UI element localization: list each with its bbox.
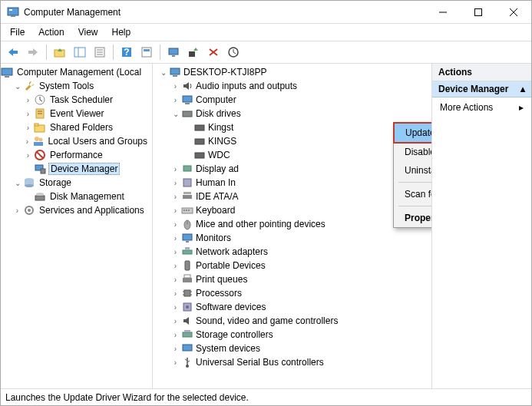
properties-icon[interactable] [91,44,109,61]
expand-icon[interactable]: › [170,262,181,270]
device-keyboards[interactable]: ›Keyboard [153,203,431,217]
svg-rect-20 [169,48,178,54]
tree-event-viewer[interactable]: › Event Viewer [1,107,152,120]
device-disk-item[interactable]: KINGS [153,134,431,148]
collapse-icon[interactable]: ⌄ [12,179,23,187]
device-disk-item[interactable]: WDC [153,148,431,162]
expand-icon[interactable]: › [170,193,181,201]
tree-disk-management[interactable]: Disk Management [1,190,152,203]
expand-icon[interactable]: › [170,317,181,325]
device-network[interactable]: ›Network adapters [153,245,431,259]
device-disk-drives[interactable]: ⌄Disk drives [153,107,431,120]
expand-icon[interactable]: › [170,345,181,353]
tree-root[interactable]: Computer Management (Local [1,65,152,79]
svg-text:?: ? [124,47,129,58]
tree-storage[interactable]: ⌄ Storage [1,176,152,190]
tree-services[interactable]: › Services and Applications [1,203,152,217]
expand-icon[interactable]: › [170,206,181,215]
expand-icon[interactable]: › [170,303,181,312]
expand-icon[interactable]: › [22,96,34,104]
ctx-disable-device[interactable]: Disable device [394,143,431,161]
ctx-properties[interactable]: Properties [394,209,431,227]
folder-up-icon[interactable] [51,44,69,61]
monitor-icon[interactable] [164,44,183,61]
menu-view[interactable]: View [74,25,103,39]
device-computer[interactable]: ›Computer [153,93,431,107]
computer-icon [181,94,193,106]
tree-local-users[interactable]: › Local Users and Groups [1,134,152,148]
device-processors[interactable]: ›Processors [153,286,431,300]
expand-icon[interactable]: › [22,151,34,160]
device-hid[interactable]: ›Human In [153,176,431,190]
svg-rect-82 [184,330,190,332]
ctx-uninstall-device[interactable]: Uninstall device [394,161,431,180]
expand-icon[interactable]: › [170,289,181,298]
expand-icon[interactable]: › [170,179,181,187]
expand-icon[interactable]: › [170,220,181,229]
device-software[interactable]: ›Software devices [153,300,431,314]
tree-device-manager[interactable]: Device Manager [1,162,152,176]
device-portable[interactable]: ›Portable Devices [153,259,431,272]
expand-icon[interactable]: › [170,234,181,243]
export-icon[interactable] [137,44,156,61]
expand-icon[interactable]: › [170,82,181,91]
tree-shared-folders[interactable]: › Shared Folders [1,120,152,134]
help-icon[interactable]: ? [117,44,136,61]
menu-file[interactable]: File [5,25,29,39]
device-print-queues[interactable]: ›Print queues [153,272,431,286]
tree-system-tools[interactable]: ⌄ System Tools [1,79,152,93]
ctx-update-driver[interactable]: Update driver [393,122,431,144]
expand-icon[interactable]: › [170,248,181,256]
svg-rect-33 [35,124,38,126]
device-usb[interactable]: ›Universal Serial Bus controllers [153,355,431,369]
device-audio[interactable]: ›Audio inputs and outputs [153,79,431,93]
tree-task-scheduler[interactable]: › Task Scheduler [1,93,152,107]
expand-icon[interactable]: › [170,165,181,173]
device-monitors[interactable]: ›Monitors [153,231,431,245]
device-storage-controllers[interactable]: ›Storage controllers [153,328,431,342]
collapse-icon[interactable]: ⌄ [170,110,181,118]
expand-icon[interactable]: › [12,206,23,215]
actions-more[interactable]: More Actions ▸ [432,97,531,117]
actions-section[interactable]: Device Manager ▴ [432,81,531,97]
expand-icon[interactable]: › [170,276,181,284]
update-driver-icon[interactable] [184,44,203,61]
menu-action[interactable]: Action [34,25,68,39]
expand-icon[interactable]: › [22,110,34,118]
device-system[interactable]: ›System devices [153,342,431,355]
svg-rect-83 [183,345,192,351]
content-area: Computer Management (Local ⌄ System Tool… [1,64,531,388]
expand-icon[interactable]: › [170,96,181,104]
device-root[interactable]: ⌄DESKTOP-KTJI8PP [153,65,431,79]
uninstall-icon[interactable] [224,44,243,61]
disable-icon[interactable] [204,44,223,61]
minimize-button[interactable] [425,1,461,24]
device-sound[interactable]: ›Sound, video and game controllers [153,314,431,328]
maximize-button[interactable] [461,1,496,24]
forward-button[interactable] [24,44,42,61]
svg-rect-49 [173,75,177,77]
collapse-icon[interactable]: ⌄ [12,82,23,91]
expand-icon[interactable]: › [22,124,34,132]
device-ide[interactable]: ›IDE ATA/A [153,190,431,203]
tree-performance[interactable]: › Performance [1,148,152,162]
back-button[interactable] [4,44,22,61]
device-tree[interactable]: ⌄DESKTOP-KTJI8PP ›Audio inputs and outpu… [153,64,431,388]
expand-icon[interactable]: › [22,137,32,146]
expand-icon[interactable]: › [170,331,181,339]
device-disk-item[interactable]: Kingst [153,120,431,134]
console-tree[interactable]: Computer Management (Local ⌄ System Tool… [1,64,153,388]
menu-help[interactable]: Help [107,25,136,39]
close-button[interactable] [496,1,531,24]
device-display[interactable]: ›Display ad [153,162,431,176]
ctx-scan-hardware[interactable]: Scan for hardware changes [394,185,431,203]
device-mice[interactable]: ›Mice and other pointing devices [153,217,431,231]
show-hide-tree-icon[interactable] [71,44,89,61]
disk-icon [193,149,206,161]
collapse-icon[interactable]: ⌄ [157,68,169,77]
expand-icon[interactable]: › [170,358,181,367]
shared-folder-icon [34,121,46,134]
users-icon [32,135,45,147]
svg-rect-72 [183,278,192,282]
svg-point-80 [186,305,189,309]
